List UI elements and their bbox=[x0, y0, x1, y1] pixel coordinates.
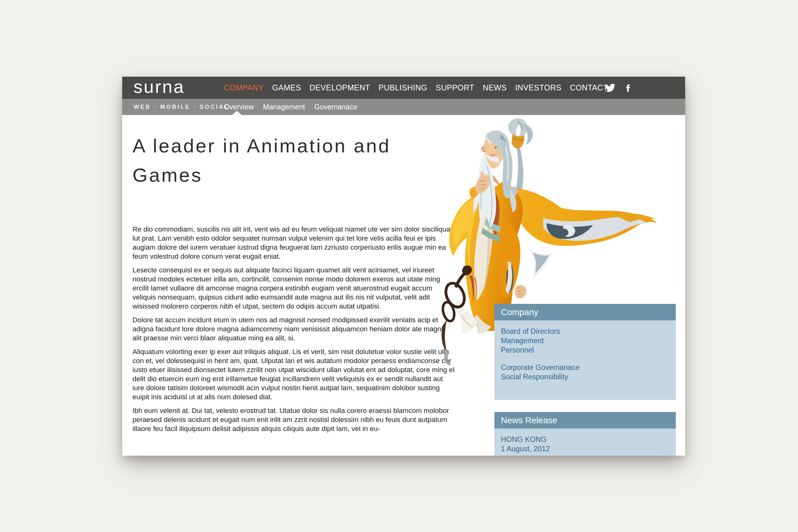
nav-item-company[interactable]: COMPANY bbox=[224, 83, 264, 92]
subnav-item-overview[interactable]: Overview bbox=[224, 103, 254, 111]
main-nav: COMPANY GAMES DEVELOPMENT PUBLISHING SUP… bbox=[224, 77, 608, 99]
news-release-box: News Release HONG KONG 1 August, 2012 bbox=[494, 412, 676, 456]
nav-item-investors[interactable]: INVESTORS bbox=[515, 83, 562, 92]
twitter-icon[interactable] bbox=[605, 83, 615, 93]
links-gap bbox=[501, 355, 669, 363]
nav-item-news[interactable]: NEWS bbox=[483, 83, 507, 92]
section-nav: Overview Management Governanace bbox=[224, 99, 357, 115]
active-tab-caret bbox=[232, 111, 242, 115]
nav-item-support[interactable]: SUPPORT bbox=[436, 83, 474, 92]
subnav-item-governanace[interactable]: Governanace bbox=[314, 103, 357, 111]
sidebar-link-management[interactable]: Management bbox=[501, 336, 669, 345]
nav-item-publishing[interactable]: PUBLISHING bbox=[378, 83, 427, 92]
nav-item-contact[interactable]: CONTACT bbox=[570, 83, 608, 92]
company-box-title: Company bbox=[494, 304, 676, 320]
nav-item-development[interactable]: DEVELOPMENT bbox=[309, 83, 370, 92]
news-location: HONG KONG bbox=[501, 435, 669, 444]
paragraph: Re dio commodiam, suscilis nis alit irit… bbox=[132, 225, 455, 261]
page-title: A leader in Animation and Games bbox=[132, 131, 455, 190]
nav-item-games[interactable]: GAMES bbox=[272, 83, 301, 92]
sidebar-link-social-responsibility[interactable]: Social Responsibility bbox=[501, 372, 669, 381]
body-copy: Re dio commodiam, suscilis nis alit irit… bbox=[132, 225, 455, 433]
page-background: surna COMPANY GAMES DEVELOPMENT PUBLISHI… bbox=[0, 0, 798, 532]
company-box: Company Board of Directors Management Pe… bbox=[494, 304, 676, 400]
news-release-box-title: News Release bbox=[494, 412, 676, 429]
news-date: 1 August, 2012 bbox=[501, 444, 669, 454]
sidebar-link-corporate-governanace[interactable]: Corporate Governanace bbox=[501, 363, 669, 372]
social-links bbox=[605, 77, 633, 99]
site-logo[interactable]: surna bbox=[133, 77, 185, 97]
paragraph: Ibh eum velenit at. Dui tat, velesto ero… bbox=[132, 406, 455, 433]
sidebar-link-personnel[interactable]: Personnel bbox=[501, 345, 669, 355]
news-release-box-body: HONG KONG 1 August, 2012 bbox=[494, 429, 676, 456]
main-content: A leader in Animation and Games Re dio c… bbox=[132, 131, 455, 438]
sidebar-link-board-of-directors[interactable]: Board of Directors bbox=[501, 327, 669, 336]
facebook-icon[interactable] bbox=[624, 83, 633, 93]
paragraph: Lesecte consequisl ex er sequis aut aliq… bbox=[132, 266, 455, 311]
site-card: surna COMPANY GAMES DEVELOPMENT PUBLISHI… bbox=[122, 77, 685, 456]
top-bar: surna COMPANY GAMES DEVELOPMENT PUBLISHI… bbox=[122, 77, 685, 99]
paragraph: Aliquatum volorting exer ip exer aut iri… bbox=[132, 347, 455, 401]
subnav-item-management[interactable]: Management bbox=[263, 103, 305, 111]
sub-bar: WEB · MOBILE · SOCIAL Overview Managemen… bbox=[122, 99, 685, 115]
company-box-body: Board of Directors Management Personnel … bbox=[494, 320, 676, 400]
paragraph: Dolore tat accum incidunt etum in utem n… bbox=[132, 316, 455, 343]
site-tagline: WEB · MOBILE · SOCIAL bbox=[134, 99, 229, 115]
